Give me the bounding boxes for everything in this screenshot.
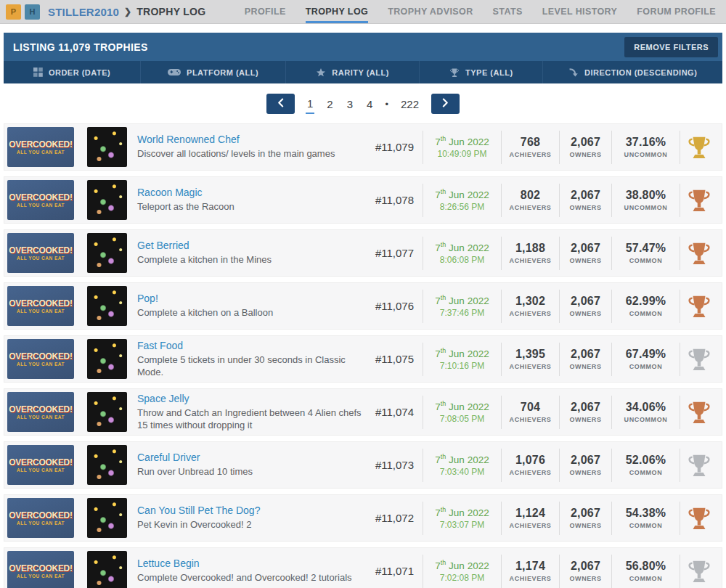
page-link-4[interactable]: 4 xyxy=(365,95,374,113)
filter-platform[interactable]: PLATFORM (ALL) xyxy=(140,61,285,83)
trophy-description: Pet Kevin in Overcooked! 2 xyxy=(137,519,369,531)
achievers-cell: 1,302 ACHIEVERS xyxy=(501,290,559,323)
owners-count: 2,067 xyxy=(571,242,600,255)
game-thumbnail[interactable]: OVERCOOKED! ALL YOU CAN EAT xyxy=(7,286,74,326)
rarity-label: COMMON xyxy=(629,522,663,529)
trophy-title-link[interactable]: Get Berried xyxy=(137,240,369,251)
rarity-cell: 37.16% UNCOMMON xyxy=(611,131,680,164)
achievers-label: ACHIEVERS xyxy=(510,416,552,423)
trophy-rank: #11,075 xyxy=(375,353,423,365)
game-thumbnail[interactable]: OVERCOOKED! ALL YOU CAN EAT xyxy=(7,392,74,432)
rarity-percent: 34.06% xyxy=(626,401,666,414)
filter-direction[interactable]: DIRECTION (DESCENDING) xyxy=(542,61,722,83)
rarity-cell: 38.80% UNCOMMON xyxy=(611,184,680,217)
trophy-rows: OVERCOOKED! ALL YOU CAN EAT World Renown… xyxy=(4,123,722,588)
owners-cell: 2,067 OWNERS xyxy=(559,396,611,429)
game-subtitle-text: ALL YOU CAN EAT xyxy=(17,415,65,420)
owners-label: OWNERS xyxy=(569,522,601,529)
rarity-percent: 54.38% xyxy=(626,507,666,520)
nav-level-history[interactable]: LEVEL HISTORY xyxy=(542,0,618,23)
achievers-count: 768 xyxy=(521,136,540,149)
nav-profile[interactable]: PROFILE xyxy=(245,0,286,23)
owners-count: 2,067 xyxy=(571,560,600,573)
rarity-cell: 62.99% COMMON xyxy=(611,290,680,323)
filter-order[interactable]: ORDER (DATE) xyxy=(4,61,140,83)
trophy-metal-icon xyxy=(687,346,711,372)
achievers-cell: 704 ACHIEVERS xyxy=(501,396,559,429)
achievers-cell: 802 ACHIEVERS xyxy=(501,184,559,217)
achievers-count: 704 xyxy=(521,401,540,414)
filter-rarity[interactable]: RARITY (ALL) xyxy=(285,61,419,83)
earned-date: 7th Jun 2022 xyxy=(435,400,489,412)
game-subtitle-text: ALL YOU CAN EAT xyxy=(17,203,65,208)
trophy-rank: #11,073 xyxy=(375,459,423,471)
nav-trophy-advisor[interactable]: TROPHY ADVISOR xyxy=(388,0,473,23)
earned-time: 7:08:05 PM xyxy=(440,414,484,424)
page-link-3[interactable]: 3 xyxy=(346,95,354,113)
earned-time: 7:02:08 PM xyxy=(440,573,484,583)
trophy-description: Complete Overcooked! and Overcooked! 2 t… xyxy=(137,572,369,584)
game-title-text: OVERCOOKED! xyxy=(9,298,72,309)
game-thumbnail[interactable]: OVERCOOKED! ALL YOU CAN EAT xyxy=(7,339,74,379)
trophy-title-link[interactable]: Space Jelly xyxy=(137,393,369,404)
earned-date-cell: 7th Jun 2022 7:37:46 PM xyxy=(423,290,501,323)
trophy-thumbnail[interactable] xyxy=(87,339,127,379)
trophy-title-link[interactable]: Careful Driver xyxy=(137,452,369,463)
trophy-title-link[interactable]: Can You Still Pet The Dog? xyxy=(137,505,369,516)
game-thumbnail[interactable]: OVERCOOKED! ALL YOU CAN EAT xyxy=(7,498,74,538)
nav-stats[interactable]: STATS xyxy=(493,0,523,23)
trophy-row: OVERCOOKED! ALL YOU CAN EAT Lettuce Begi… xyxy=(4,547,722,588)
game-thumbnail[interactable]: OVERCOOKED! ALL YOU CAN EAT xyxy=(7,127,74,167)
nav-forum-profile[interactable]: FORUM PROFILE xyxy=(637,0,716,23)
achievers-cell: 1,395 ACHIEVERS xyxy=(501,343,559,376)
owners-count: 2,067 xyxy=(571,401,600,414)
game-title-text: OVERCOOKED! xyxy=(9,563,72,573)
rarity-label: UNCOMMON xyxy=(624,151,668,158)
achievers-label: ACHIEVERS xyxy=(510,522,552,529)
trophy-title-link[interactable]: Fast Food xyxy=(137,340,369,351)
trophy-description: Run over Unbread 10 times xyxy=(137,466,369,478)
trophy-title-link[interactable]: Racoon Magic xyxy=(137,187,369,198)
trophy-metal-icon xyxy=(687,134,711,160)
achievers-count: 1,174 xyxy=(515,560,545,573)
next-page-button[interactable] xyxy=(431,94,460,114)
owners-cell: 2,067 OWNERS xyxy=(559,555,611,588)
game-thumbnail[interactable]: OVERCOOKED! ALL YOU CAN EAT xyxy=(7,445,74,485)
trophy-title-link[interactable]: World Renowned Chef xyxy=(137,134,369,145)
trophy-title-link[interactable]: Pop! xyxy=(137,293,369,304)
remove-filters-button[interactable]: REMOVE FILTERS xyxy=(624,37,718,57)
trophy-thumbnail[interactable] xyxy=(87,233,127,273)
prev-page-button[interactable] xyxy=(266,94,295,114)
trophy-thumbnail[interactable] xyxy=(87,392,127,432)
trophy-thumbnail[interactable] xyxy=(87,180,127,220)
earned-date: 7th Jun 2022 xyxy=(435,347,489,359)
trophy-metal-cell xyxy=(680,449,717,482)
trophy-row: OVERCOOKED! ALL YOU CAN EAT Space Jelly … xyxy=(4,388,722,436)
page-link-2[interactable]: 2 xyxy=(325,95,334,113)
page-link-1[interactable]: 1 xyxy=(306,94,314,114)
trophy-thumbnail[interactable] xyxy=(87,498,127,538)
game-thumbnail[interactable]: OVERCOOKED! ALL YOU CAN EAT xyxy=(7,233,74,273)
achievers-count: 1,188 xyxy=(515,242,545,255)
trophy-thumbnail[interactable] xyxy=(87,127,127,167)
trophy-thumbnail[interactable] xyxy=(87,551,127,588)
owners-label: OWNERS xyxy=(569,310,601,317)
game-subtitle-text: ALL YOU CAN EAT xyxy=(17,150,65,155)
platform-badge-p[interactable]: P xyxy=(6,4,21,20)
rarity-percent: 52.06% xyxy=(626,454,666,467)
game-thumbnail[interactable]: OVERCOOKED! ALL YOU CAN EAT xyxy=(7,180,74,220)
trophy-info: Get Berried Complete a kitchen in the Mi… xyxy=(137,240,375,266)
game-title-text: OVERCOOKED! xyxy=(9,139,72,150)
nav-trophy-log[interactable]: TROPHY LOG xyxy=(306,0,368,23)
trophy-metal-cell xyxy=(680,555,717,588)
trophy-thumbnail[interactable] xyxy=(87,445,127,485)
breadcrumb-username[interactable]: STILLER2010 xyxy=(48,6,119,18)
game-thumbnail[interactable]: OVERCOOKED! ALL YOU CAN EAT xyxy=(7,551,74,588)
filter-type[interactable]: TYPE (ALL) xyxy=(419,61,542,83)
trophy-metal-icon xyxy=(687,505,711,531)
trophy-title-link[interactable]: Lettuce Begin xyxy=(137,558,369,569)
page-link-222[interactable]: 222 xyxy=(399,95,420,113)
trophy-thumbnail[interactable] xyxy=(87,286,127,326)
platform-badge-h[interactable]: H xyxy=(25,4,40,20)
trophy-row: OVERCOOKED! ALL YOU CAN EAT Get Berried … xyxy=(4,229,722,277)
